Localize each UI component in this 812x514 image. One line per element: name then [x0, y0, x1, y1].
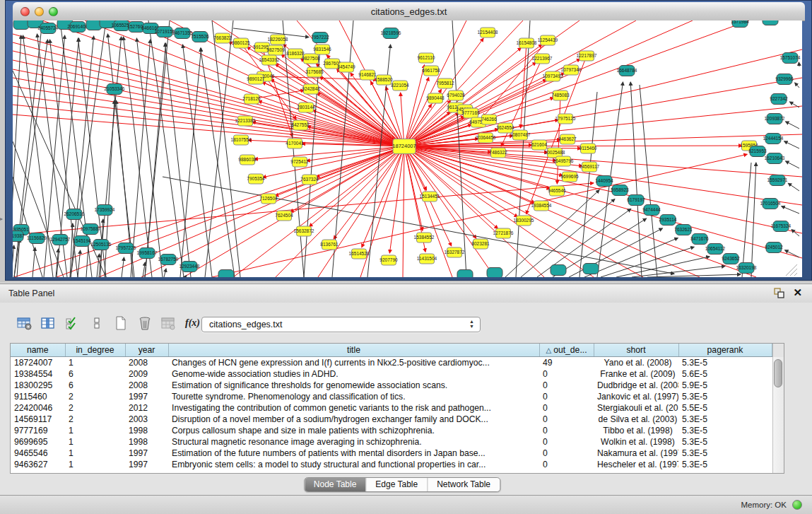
table-cell[interactable]: 18724007 — [11, 357, 65, 369]
scrollbar-thumb[interactable] — [774, 359, 782, 387]
graph-node[interactable]: 14671355 — [172, 28, 193, 39]
column-header-short[interactable]: short — [594, 344, 678, 357]
graph-node[interactable]: 26206516 — [64, 209, 85, 220]
graph-node[interactable]: 20691406 — [68, 22, 88, 33]
column-header-pagerank[interactable]: pagerank — [678, 344, 772, 357]
graph-node[interactable]: 16154808 — [517, 38, 537, 48]
table-cell[interactable]: Jankovic et al. (1997) — [594, 391, 678, 402]
table-cell[interactable]: 6 — [65, 368, 125, 380]
graph-node[interactable]: 18300295 — [514, 216, 534, 226]
citation-network-graph[interactable]: 1872400776638229860125591295418226058982… — [13, 21, 802, 277]
graph-node[interactable]: 9886038 — [238, 155, 257, 165]
new-file-icon[interactable] — [112, 315, 129, 332]
table-cell[interactable]: Dudbridge et al. (2008) — [594, 380, 678, 391]
table-cell[interactable]: 9699695 — [11, 436, 65, 448]
table-cell[interactable]: 5.3E-5 — [678, 391, 772, 402]
table-cell[interactable]: 1998 — [125, 425, 168, 436]
graph-node[interactable]: 9243652 — [722, 254, 740, 264]
table-cell[interactable]: 2012 — [125, 402, 168, 414]
graph-node[interactable]: 8023281 — [471, 239, 490, 249]
graph-node[interactable]: 16320198 — [736, 263, 757, 274]
table-cell[interactable]: 0 — [539, 380, 594, 391]
graph-node[interactable]: 12093872 — [765, 114, 785, 124]
table-cell[interactable]: 0 — [539, 425, 594, 436]
tab-edge-table[interactable]: Edge Table — [365, 478, 427, 491]
table-cell[interactable]: 9777169 — [11, 425, 65, 436]
graph-node[interactable]: 7486322 — [489, 148, 507, 158]
graph-node[interactable]: 11254439 — [538, 35, 558, 45]
graph-node[interactable]: 16495796 — [553, 156, 574, 166]
graph-node[interactable]: 7663822 — [213, 33, 232, 43]
graph-node[interactable]: 621604 — [531, 140, 547, 150]
graph-node[interactable]: 9860125 — [232, 38, 250, 48]
table-cell[interactable]: 0 — [539, 368, 594, 380]
table-cell[interactable]: 1998 — [125, 436, 168, 448]
graph-node[interactable]: 12213967 — [532, 54, 553, 64]
graph-node[interactable]: 15134451 — [420, 192, 440, 201]
table-cell[interactable]: 5.3E-5 — [678, 357, 772, 369]
graph-node[interactable]: 8221054 — [391, 81, 409, 90]
graph-node[interactable]: 3175685 — [305, 67, 324, 77]
table-cell[interactable]: 1 — [65, 436, 125, 448]
table-cell[interactable]: 1 — [65, 425, 125, 436]
graph-node[interactable]: 19384554 — [531, 201, 552, 211]
graph-node[interactable]: 7637324 — [300, 175, 319, 185]
graph-node[interactable]: 9329966 — [775, 74, 794, 85]
graph-node[interactable]: 2718126 — [242, 94, 261, 104]
graph-node[interactable]: 8136761 — [320, 240, 339, 250]
tab-network-table[interactable]: Network Table — [427, 478, 500, 491]
graph-node[interactable]: 20364456 — [476, 133, 496, 143]
table-cell[interactable]: Yano et al. (2008) — [594, 357, 678, 369]
graph-node[interactable]: 18226058 — [268, 35, 288, 45]
table-cell[interactable]: 5.5E-5 — [678, 402, 772, 414]
table-row[interactable]: 969969511998Structural magnetic resonanc… — [11, 436, 772, 448]
graph-node[interactable]: 9465546 — [548, 186, 566, 196]
network-canvas[interactable]: 1872400776638229860125591295418226058982… — [13, 21, 802, 277]
table-cell[interactable]: de Silva et al. (2003) — [594, 414, 678, 425]
graph-node[interactable]: 7632621 — [674, 225, 693, 235]
graph-node[interactable]: 2935114 — [659, 215, 677, 226]
table-cell[interactable]: 9465546 — [11, 448, 65, 459]
graph-node[interactable]: 16210643 — [765, 153, 785, 164]
graph-node[interactable]: 12721876 — [493, 228, 514, 238]
table-cell[interactable]: 49 — [539, 357, 594, 369]
column-header-in_degree[interactable]: in_degree — [65, 344, 125, 357]
graph-node[interactable]: 11431504 — [417, 254, 437, 264]
select-all-icon[interactable] — [64, 315, 81, 332]
graph-node[interactable] — [218, 270, 234, 278]
graph-hub-node[interactable]: 18724007 — [392, 139, 416, 154]
graph-node[interactable] — [457, 270, 473, 278]
graph-node[interactable]: 9890127 — [247, 74, 265, 84]
table-cell[interactable]: 1 — [65, 459, 125, 470]
graph-node[interactable]: 6961758 — [422, 66, 440, 76]
table-cell[interactable]: 0 — [539, 414, 594, 425]
graph-node[interactable]: 14569117 — [579, 162, 600, 172]
graph-node[interactable] — [583, 264, 599, 274]
table-cell[interactable]: 1997 — [125, 459, 168, 470]
table-cell[interactable]: 18300295 — [11, 380, 65, 391]
graph-node[interactable]: 11675324 — [771, 221, 792, 232]
column-header-out_de[interactable]: △out_de... — [539, 344, 594, 357]
graph-node[interactable]: 9207790 — [379, 255, 398, 265]
table-cell[interactable]: 5.3E-5 — [678, 414, 772, 425]
table-cell[interactable]: 5.9E-5 — [678, 380, 772, 391]
graph-node[interactable]: 9245012 — [765, 243, 783, 253]
table-cell[interactable]: 0 — [539, 459, 594, 470]
table-cell[interactable]: 2 — [65, 391, 125, 402]
graph-node[interactable]: 5958923 — [611, 185, 629, 196]
table-cell[interactable]: 2009 — [125, 368, 168, 380]
graph-node[interactable]: 9227342 — [770, 94, 788, 105]
graph-node[interactable]: 10973493 — [543, 71, 563, 81]
graph-node[interactable]: 9699695 — [560, 172, 579, 182]
table-cell[interactable]: 9115460 — [11, 391, 65, 402]
graph-node[interactable] — [13, 21, 29, 30]
table-cell[interactable]: 5.3E-5 — [678, 448, 772, 459]
graph-node[interactable]: 9831546 — [313, 45, 331, 54]
graph-node[interactable]: 10654112 — [705, 244, 726, 255]
graph-node[interactable]: 9115460 — [579, 144, 597, 153]
table-cell[interactable]: 2003 — [125, 414, 168, 425]
table-cell[interactable]: Investigating the contribution of common… — [168, 402, 539, 414]
graph-node[interactable]: 3919387 — [13, 231, 25, 242]
table-cell[interactable]: Tibbo et al. (1998) — [594, 425, 678, 436]
table-cell[interactable]: Tourette syndrome. Phenomenology and cla… — [168, 391, 539, 402]
